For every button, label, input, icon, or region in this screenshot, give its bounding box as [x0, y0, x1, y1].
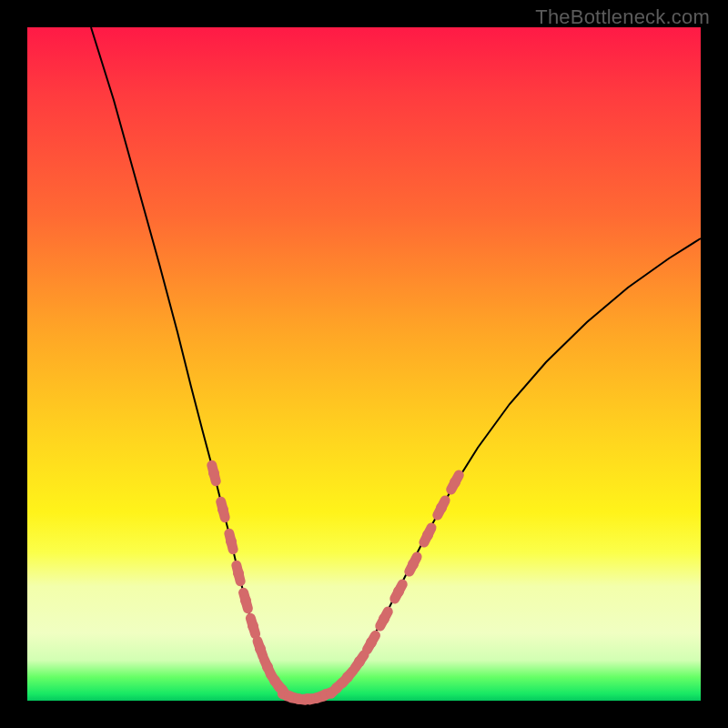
curve-marks-bottom: [282, 689, 332, 704]
curve-mark-dot: [393, 586, 404, 597]
curve-mark-dot: [342, 672, 353, 682]
curve-mark-dot: [436, 502, 447, 513]
watermark-text: TheBottleneck.com: [535, 5, 710, 29]
curve-overlay: [27, 27, 701, 701]
curve-mark-dot: [450, 477, 460, 488]
curve-mark-dot: [248, 621, 258, 632]
curve-mark-dot: [422, 530, 433, 541]
curve-marks-right: [331, 475, 460, 693]
curve-mark-dot: [233, 568, 244, 579]
curve-mark-dot: [255, 643, 266, 654]
curve-mark-dot: [226, 536, 237, 547]
outer-frame: TheBottleneck.com: [0, 0, 728, 728]
curve-mark-dot: [366, 637, 377, 648]
curve-marks-left: [208, 465, 288, 696]
curve-mark-dot: [408, 559, 419, 570]
curve-mark-dot: [217, 504, 228, 515]
curve-mark-dot: [208, 468, 219, 479]
curve-mark-dot: [240, 595, 251, 606]
curve-mark-dot: [354, 656, 365, 667]
curve-mark-dot: [379, 613, 389, 624]
